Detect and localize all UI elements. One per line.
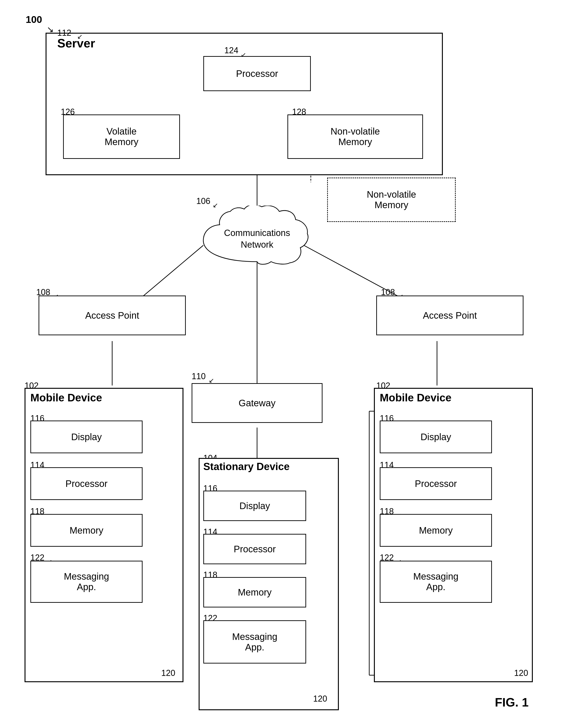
svg-text:Network: Network xyxy=(241,240,273,250)
messaging-app-center-box: Messaging App. xyxy=(203,620,306,664)
svg-text:Communications: Communications xyxy=(224,228,290,238)
ref-120-right: 120 xyxy=(514,668,528,678)
access-point-right-box: Access Point xyxy=(376,296,523,335)
ref-120-left: 120 xyxy=(161,668,175,678)
server-title: Server xyxy=(57,36,95,50)
figure-label: FIG. 1 xyxy=(495,695,529,709)
communications-network-cloud: Communications Network xyxy=(175,206,339,271)
mobile-device-right-title: Mobile Device xyxy=(380,391,451,404)
memory-center-box: Memory xyxy=(203,577,306,607)
volatile-memory-box: Volatile Memory xyxy=(63,114,180,159)
ref-120-center: 120 xyxy=(313,694,327,704)
memory-right-box: Memory xyxy=(380,514,492,547)
display-center-box: Display xyxy=(203,491,306,521)
messaging-app-right-box: Messaging App. xyxy=(380,561,492,603)
ref-106: 106 xyxy=(196,196,210,206)
access-point-left-box: Access Point xyxy=(39,296,186,335)
ref-100: 100 xyxy=(26,14,42,25)
ref-124: 124 xyxy=(224,46,238,55)
mobile-device-left-title: Mobile Device xyxy=(30,391,102,404)
nonvolatile-memory-dashed: Non-volatile Memory xyxy=(327,178,456,222)
display-right-box: Display xyxy=(380,421,492,453)
processor-right-box: Processor xyxy=(380,467,492,500)
messaging-app-left-box: Messaging App. xyxy=(30,561,143,603)
arrow-112: ↙ xyxy=(77,33,82,40)
ref-112: 112 xyxy=(57,28,71,38)
stationary-device-title: Stationary Device xyxy=(203,461,290,472)
nonvolatile-memory-box-server: Non-volatile Memory xyxy=(287,114,423,159)
gateway-box: Gateway xyxy=(192,383,322,423)
memory-left-box: Memory xyxy=(30,514,143,547)
processor-left-box: Processor xyxy=(30,467,143,500)
diagram: 100 ↘ Server 112 ↙ 124 ↙ Processor 126 ↙… xyxy=(0,0,566,728)
processor-center-box: Processor xyxy=(203,534,306,564)
display-left-box: Display xyxy=(30,421,143,453)
processor-box-server: Processor xyxy=(203,56,311,91)
ref-110: 110 xyxy=(192,371,206,381)
